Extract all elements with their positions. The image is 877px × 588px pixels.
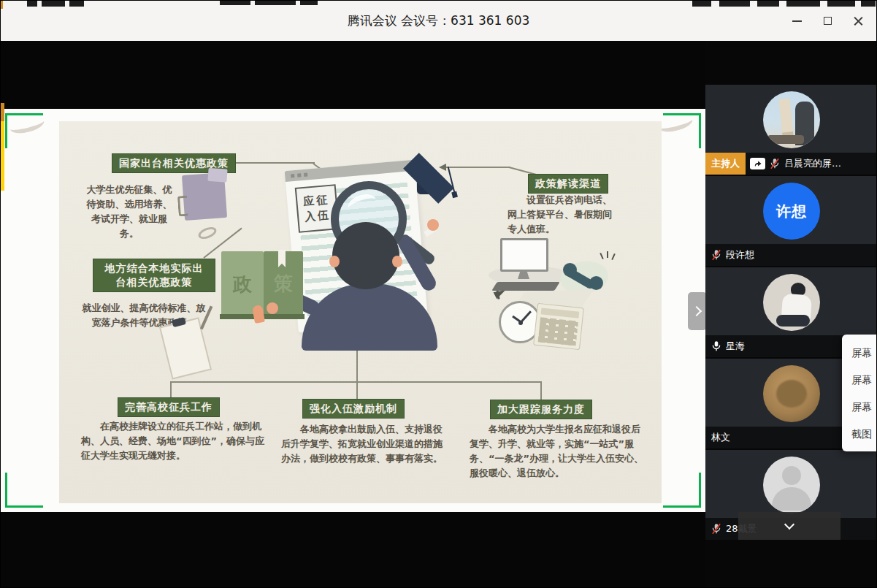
paperclip-icon xyxy=(196,225,218,242)
ring-line xyxy=(600,253,603,259)
window-edge-artifact xyxy=(1,121,4,191)
figure-ear xyxy=(329,256,340,267)
connector-line xyxy=(356,343,358,400)
figure-left-hand xyxy=(267,302,278,314)
panel-expand-handle[interactable] xyxy=(688,292,707,330)
window-edge-artifact xyxy=(757,1,779,7)
section-title-interpretation: 政策解读渠道 xyxy=(528,174,608,194)
participant-name: 林文 xyxy=(711,431,730,444)
stamp-line-2: 入伍 xyxy=(304,208,332,224)
window-edge-artifact xyxy=(300,1,318,5)
share-corner-marker xyxy=(663,473,701,508)
window-edge-artifact xyxy=(786,1,820,7)
window-edge-artifact xyxy=(692,1,711,7)
telephone-icon xyxy=(563,261,605,291)
infographic-slide: 国家出台相关优惠政策 大学生优先征集、优待资助、选用培养、考试开学、就业服务。 … xyxy=(59,121,662,503)
mic-muted-icon xyxy=(770,158,780,169)
share-corner-marker xyxy=(5,113,43,148)
mic-muted-icon xyxy=(711,249,721,261)
window-edge-artifact xyxy=(27,1,37,7)
section-body-tracking-service: 各地高校为大学生报名应征和退役后复学、升学、就业等，实施“一站式”服务、“一条龙… xyxy=(470,422,646,481)
silhouette-body xyxy=(772,487,811,511)
stamp-line-1: 应征 xyxy=(303,193,331,209)
window-edge-artifact xyxy=(255,1,296,5)
person-photo xyxy=(776,315,810,327)
section-title-tracking-service: 加大跟踪服务力度 xyxy=(490,400,592,419)
pisa-tower-photo xyxy=(778,98,793,137)
figure-head xyxy=(332,222,399,289)
video-tile[interactable]: 许想 段许想 xyxy=(705,176,877,266)
window-edge-artifact xyxy=(1,1,3,9)
host-badge: 主持人 xyxy=(705,153,746,175)
figure-right-hand xyxy=(427,219,439,231)
calculator-icon xyxy=(533,303,584,350)
video-tile-host[interactable]: 主持人 吕晨亮的屏… xyxy=(705,85,877,175)
close-button[interactable] xyxy=(843,1,873,41)
avatar xyxy=(763,365,820,422)
window-edge-artifact xyxy=(220,1,250,5)
panel-collapse-button[interactable] xyxy=(738,512,840,540)
chevron-down-icon xyxy=(784,519,794,530)
participant-name: 星海 xyxy=(726,340,745,353)
cat-photo xyxy=(776,380,807,408)
meeting-stage: 国家出台相关优惠政策 大学生优先征集、优待资助、选用培养、考试开学、就业服务。 … xyxy=(1,41,877,588)
title-bar[interactable]: 腾讯会议 会议号：631 361 603 xyxy=(1,1,876,41)
mic-muted-icon xyxy=(711,523,721,535)
window-edge-artifact xyxy=(1,103,4,121)
tile-name-bar: 主持人 吕晨亮的屏… xyxy=(705,153,877,175)
connector-line xyxy=(540,381,542,401)
connector-line xyxy=(170,381,541,383)
window-edge-artifact xyxy=(719,1,750,7)
crowd-photo xyxy=(767,135,804,144)
section-title-local-policy: 地方结合本地实际出台相关优惠政策 xyxy=(93,259,215,292)
folder-icon xyxy=(182,172,227,221)
avatar-default xyxy=(763,457,820,513)
share-corner-marker xyxy=(5,473,43,508)
participants-panel: 主持人 吕晨亮的屏… 许想 段许想 xyxy=(705,41,877,588)
keyboard-icon xyxy=(491,282,559,291)
clipboard-icon xyxy=(159,317,212,379)
share-corner-marker xyxy=(663,113,701,148)
context-menu-item[interactable]: 屏幕 xyxy=(851,367,877,394)
window-edge-artifact xyxy=(827,1,855,7)
context-menu-item[interactable]: 屏幕 xyxy=(851,340,877,367)
context-menu-item[interactable]: 屏幕 xyxy=(851,394,877,421)
avatar-initials: 许想 xyxy=(763,183,820,240)
connector-line xyxy=(233,162,315,164)
section-body-incentives: 各地高校拿出鼓励入伍、支持退役后升学复学、拓宽就业创业渠道的措施办法，做到校校有… xyxy=(281,422,451,466)
minimize-icon xyxy=(792,20,802,22)
tile-name-bar: 段许想 xyxy=(705,244,877,266)
ring-line xyxy=(607,251,608,258)
silhouette-head xyxy=(782,466,801,485)
minimize-button[interactable] xyxy=(781,1,812,41)
shared-screen-view: 国家出台相关优惠政策 大学生优先征集、优待资助、选用培养、考试开学、就业服务。 … xyxy=(1,109,705,512)
window-edge-artifact xyxy=(69,1,84,7)
maximize-icon xyxy=(824,17,832,25)
context-menu-item[interactable]: 截图 xyxy=(851,421,877,448)
window-edge-artifact xyxy=(42,1,65,7)
section-body-interpretation: 设置征兵咨询电话、网上答疑平台、暑假期间专人值班。 xyxy=(508,193,614,237)
connector-line xyxy=(446,167,510,168)
meeting-window: 腾讯会议 会议号：631 361 603 xyxy=(0,0,877,588)
computer-monitor-icon xyxy=(500,238,548,272)
context-menu: 屏幕 屏幕 屏幕 截图 xyxy=(842,335,877,451)
section-body-campus-work: 在高校挂牌设立的征兵工作站，做到机构、人员、经费、场地“四到位”，确保与应征大学… xyxy=(81,419,265,463)
window-edge-artifact xyxy=(861,1,876,7)
ring-line xyxy=(611,253,615,260)
section-title-campus-work: 完善高校征兵工作 xyxy=(118,397,220,417)
avatar xyxy=(763,91,820,148)
avatar xyxy=(763,274,820,331)
close-icon xyxy=(853,15,864,26)
connector-arrow xyxy=(439,164,446,171)
book-character: 策 xyxy=(274,271,293,297)
book-character: 政 xyxy=(233,272,252,297)
screen-share-icon xyxy=(750,158,765,169)
chevron-right-icon xyxy=(691,306,701,316)
figure-ear xyxy=(392,256,402,267)
mic-on-icon xyxy=(711,340,721,352)
maximize-button[interactable] xyxy=(812,1,843,41)
participant-name: 段许想 xyxy=(726,248,754,261)
section-body-national-policy: 大学生优先征集、优待资助、选用培养、考试开学、就业服务。 xyxy=(83,183,176,242)
window-title: 腾讯会议 会议号：631 361 603 xyxy=(1,1,876,41)
section-title-incentives: 强化入伍激励机制 xyxy=(302,399,405,419)
